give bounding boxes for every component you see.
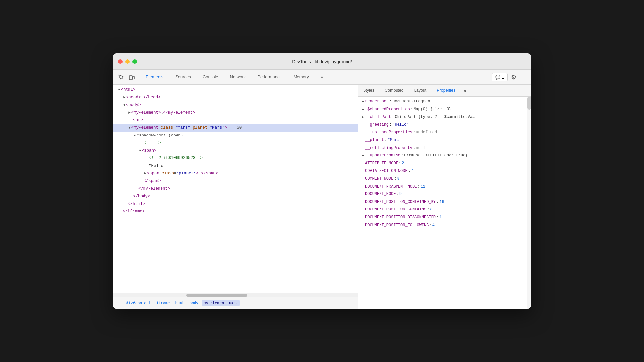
collapse-arrow[interactable]: ▼ — [139, 149, 141, 153]
prop-key-label: DOCUMENT_POSITION_FOLLOWING — [365, 222, 429, 229]
prop-childpart[interactable]: ▶ __childPart : ChildPart {type: 2, _$co… — [358, 113, 531, 121]
tab-layout[interactable]: Layout — [409, 85, 432, 96]
collapse-arrow[interactable]: ▼ — [118, 88, 120, 92]
toolbar-right-group: 💬 1 ⚙ ⋮ — [489, 70, 531, 84]
dom-line-comment2[interactable]: <!--?lit$106992652$--> — [113, 154, 358, 162]
tab-more[interactable]: » — [315, 70, 329, 84]
scrollbar-thumb-v[interactable] — [527, 97, 531, 110]
tab-elements[interactable]: Elements — [140, 70, 169, 84]
prop-doc-pos-following[interactable]: ▶ DOCUMENT_POSITION_FOLLOWING : 4 — [358, 222, 531, 229]
collapse-arrow[interactable]: ▼ — [128, 126, 131, 130]
tab-computed[interactable]: Computed — [380, 85, 409, 96]
dom-line-body-close[interactable]: </body> — [113, 193, 358, 200]
prop-key-label: DOCUMENT_POSITION_DISCONNECTED — [365, 214, 436, 221]
collapse-arrow[interactable]: ► — [144, 172, 146, 175]
dom-line-html[interactable]: ▼<html> — [113, 86, 358, 94]
props-more-button[interactable]: » — [461, 85, 469, 96]
dom-line-my-element-close[interactable]: </my-element> — [113, 185, 358, 192]
scrollbar-right[interactable] — [527, 97, 531, 309]
breadcrumb-item-iframe[interactable]: iframe — [154, 300, 172, 306]
tab-styles[interactable]: Styles — [358, 85, 380, 96]
prop-reflectingprop[interactable]: ▶ __reflectingProperty : null — [358, 144, 531, 152]
dom-line-body[interactable]: ▼<body> — [113, 101, 358, 109]
dom-line-html-close[interactable]: </html> — [113, 200, 358, 208]
dom-line-iframe-close[interactable]: </iframe> — [113, 208, 358, 215]
prop-doc-pos-disconnected[interactable]: ▶ DOCUMENT_POSITION_DISCONNECTED : 1 — [358, 214, 531, 222]
breadcrumb-item-body[interactable]: body — [187, 300, 200, 306]
prop-key-label: ATTRIBUTE_NODE — [365, 160, 398, 167]
tab-network[interactable]: Network — [224, 70, 252, 84]
dom-line-span-open[interactable]: ▼<span> — [113, 147, 358, 154]
collapse-arrow[interactable]: ► — [123, 95, 126, 99]
prop-key-label: DOCUMENT_POSITION_CONTAINED_BY — [365, 199, 436, 206]
prop-key-label: DOCUMENT_POSITION_CONTAINS — [365, 206, 426, 213]
breadcrumb-item-div[interactable]: div#content — [124, 300, 153, 306]
expand-icon[interactable]: ▶ — [362, 107, 364, 113]
dom-tree[interactable]: ▼<html> ►<head>…</head> ▼<body> ►<my-ele… — [113, 85, 358, 293]
dom-line-my-element-1[interactable]: ►<my-element>…</my-element> — [113, 109, 358, 117]
collapse-arrow[interactable]: ▼ — [134, 134, 136, 137]
tab-memory[interactable]: Memory — [288, 70, 315, 84]
prop-attribute-node[interactable]: ▶ ATTRIBUTE_NODE : 2 — [358, 160, 531, 168]
device-toolbar-button[interactable] — [127, 72, 137, 82]
prop-greeting[interactable]: ▶ __greeting : "Hello" — [358, 121, 531, 129]
close-button[interactable] — [118, 59, 123, 64]
scrollbar-thumb-h[interactable] — [186, 294, 247, 297]
prop-doc-pos-contained[interactable]: ▶ DOCUMENT_POSITION_CONTAINED_BY : 16 — [358, 198, 531, 206]
svg-rect-1 — [133, 76, 134, 79]
tab-performance[interactable]: Performance — [251, 70, 287, 84]
collapse-arrow[interactable]: ► — [128, 111, 131, 115]
breadcrumb: ... div#content iframe html body my-elem… — [113, 297, 358, 309]
prop-planet[interactable]: ▶ __planet : "Mars" — [358, 136, 531, 144]
prop-comment-node[interactable]: ▶ COMMENT_NODE : 8 — [358, 175, 531, 183]
main-tabs: Elements Sources Console Network Perform… — [140, 70, 489, 84]
expand-icon[interactable]: ▶ — [362, 99, 364, 105]
prop-key-label: COMMENT_NODE — [365, 175, 393, 183]
prop-changedprops[interactable]: ▶ _$changedProperties : Map(0) {size: 0} — [358, 106, 531, 114]
feedback-button[interactable]: 💬 1 — [492, 73, 508, 81]
main-toolbar: Elements Sources Console Network Perform… — [113, 70, 531, 85]
expand-icon[interactable]: ▶ — [362, 114, 364, 120]
breadcrumb-dots[interactable]: ... — [115, 301, 122, 305]
collapse-arrow[interactable]: ▼ — [123, 103, 126, 107]
prop-instanceprops[interactable]: ▶ __instanceProperties : undefined — [358, 129, 531, 136]
window-title: DevTools - lit.dev/playground/ — [292, 59, 352, 64]
dom-line-comment1[interactable]: <!----> — [113, 139, 358, 147]
breadcrumb-item-my-element[interactable]: my-element.mars — [202, 300, 240, 306]
settings-button[interactable]: ⚙ — [509, 73, 518, 82]
dom-line-my-element-selected[interactable]: ▼<my-element class="mars" planet="Mars">… — [113, 124, 358, 132]
breadcrumb-more[interactable]: ... — [241, 301, 248, 305]
main-content: ▼<html> ►<head>…</head> ▼<body> ►<my-ele… — [113, 85, 531, 309]
prop-updatepromise[interactable]: ▶ __updatePromise : Promise {<fulfilled>… — [358, 152, 531, 160]
prop-doc-fragment-node[interactable]: ▶ DOCUMENT_FRAGMENT_NODE : 11 — [358, 183, 531, 191]
traffic-lights — [118, 59, 137, 64]
devtools-window: DevTools - lit.dev/playground/ Elements … — [113, 53, 531, 309]
minimize-button[interactable] — [125, 59, 130, 64]
dom-line-shadow-root[interactable]: ▼#shadow-root (open) — [113, 132, 358, 139]
prop-renderroot[interactable]: ▶ renderRoot : document-fragment — [358, 98, 531, 106]
dom-line-span-planet[interactable]: ►<span class="planet">…</span> — [113, 170, 358, 177]
dom-line-hello-text[interactable]: "Hello" — [113, 162, 358, 170]
prop-doc-node[interactable]: ▶ DOCUMENT_NODE : 9 — [358, 190, 531, 198]
dom-line-head[interactable]: ►<head>…</head> — [113, 94, 358, 101]
expand-icon[interactable]: ▶ — [362, 153, 364, 159]
more-options-button[interactable]: ⋮ — [519, 73, 529, 82]
breadcrumb-item-html[interactable]: html — [173, 300, 186, 306]
feedback-icon: 💬 — [495, 75, 500, 80]
dom-line-span-close[interactable]: </span> — [113, 177, 358, 185]
horizontal-scrollbar[interactable] — [113, 293, 358, 297]
prop-key-label: CDATA_SECTION_NODE — [365, 168, 408, 175]
prop-doc-pos-contains[interactable]: ▶ DOCUMENT_POSITION_CONTAINS : 8 — [358, 206, 531, 214]
inspect-element-button[interactable] — [115, 72, 126, 82]
props-content[interactable]: ▶ renderRoot : document-fragment ▶ _$cha… — [358, 97, 531, 309]
feedback-count: 1 — [502, 75, 504, 80]
tab-sources[interactable]: Sources — [169, 70, 197, 84]
tab-properties[interactable]: Properties — [432, 85, 461, 96]
tab-console[interactable]: Console — [197, 70, 224, 84]
toolbar-icon-group — [113, 70, 140, 84]
dom-line-hr[interactable]: <hr> — [113, 117, 358, 124]
maximize-button[interactable] — [132, 59, 137, 64]
prop-cdata-node[interactable]: ▶ CDATA_SECTION_NODE : 4 — [358, 167, 531, 175]
svg-rect-0 — [129, 76, 132, 80]
prop-key-label: DOCUMENT_NODE — [365, 191, 396, 198]
